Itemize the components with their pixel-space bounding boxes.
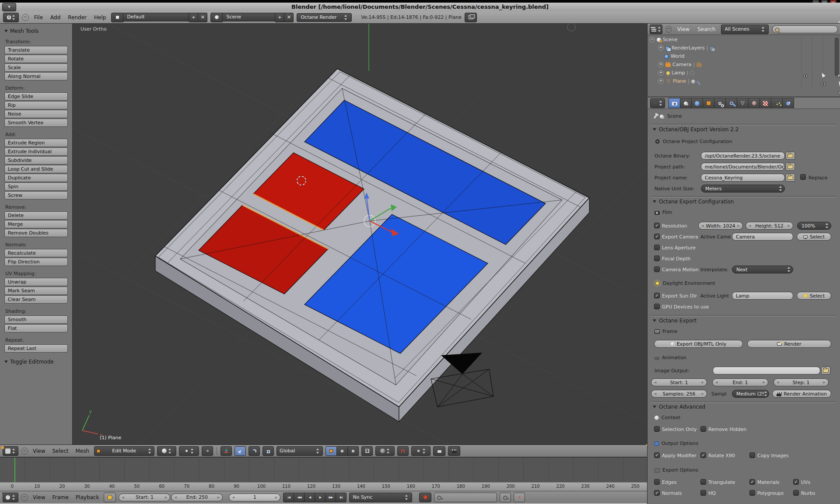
tab-material[interactable] [749, 98, 760, 108]
edge-select-button[interactable] [337, 446, 348, 456]
tab-object-data[interactable]: ▽ [737, 98, 749, 108]
tab-render[interactable] [668, 98, 680, 108]
collapse-menus-icon[interactable]: − [666, 26, 672, 33]
menu-select[interactable]: Select [50, 448, 70, 454]
transport-jump-end-button[interactable]: ▶| [336, 493, 346, 502]
vertex-select-button[interactable] [326, 446, 337, 456]
scrollbar[interactable] [835, 38, 839, 76]
export-obj-button[interactable]: Export OBJ/MTL Only [654, 340, 743, 348]
remove-hidden-checkbox[interactable] [700, 426, 706, 432]
outliner-row-world[interactable]: World [648, 52, 796, 60]
anim-start-field[interactable]: Start: 1 [651, 378, 707, 386]
hide-toggle-eye-icon[interactable] [803, 74, 808, 78]
shelf-button-mark-seam[interactable]: Mark Seam [4, 287, 68, 295]
shelf-button-delete[interactable]: Delete [4, 211, 68, 220]
shelf-button-rip[interactable]: Rip [4, 101, 68, 109]
shelf-button-edge-slide[interactable]: Edge Slide [4, 92, 68, 101]
height-field[interactable]: Height: 512 [746, 222, 793, 230]
outliner-row-plane[interactable]: + ▽ Plane | J [648, 77, 796, 85]
selectable-toggle-cursor-icon[interactable] [837, 80, 840, 86]
select-light-button[interactable]: Select [797, 292, 831, 300]
shelf-button-spin[interactable]: Spin [4, 182, 68, 191]
panel-header-octane-advanced[interactable]: Octane Advanced [653, 404, 705, 410]
duplicate-window-button[interactable] [465, 13, 477, 22]
project-path-field[interactable]: me/lionel/Documents/Blender/Octane [701, 163, 785, 171]
scene-add-button[interactable]: + [275, 13, 284, 22]
menu-file[interactable]: File [32, 14, 45, 21]
layout-delete-button[interactable]: ✕ [198, 13, 207, 22]
scene-name-field[interactable]: Scene [223, 13, 275, 21]
transport-play-reverse-button[interactable]: ◀ [304, 493, 315, 502]
shelf-button-along-normal[interactable]: Along Normal [4, 72, 68, 80]
selection-only-checkbox[interactable] [654, 426, 660, 432]
shelf-button-subdivide[interactable]: Subdivide [4, 156, 68, 164]
normals-checkbox[interactable] [654, 490, 660, 496]
scale-manipulator-button[interactable] [262, 446, 274, 456]
image-output-field[interactable] [713, 367, 820, 374]
render-animation-button[interactable]: Render Animation [772, 390, 831, 398]
shelf-button-repeat-last[interactable]: Repeat Last [4, 344, 68, 353]
panel-header-export-config[interactable]: Octane Export Configuration [653, 199, 734, 205]
menu-render[interactable]: Render [66, 14, 89, 21]
menu-view[interactable]: View [31, 494, 47, 500]
transform-orientation-select[interactable]: Global [276, 446, 323, 456]
sampler-select[interactable]: Medium (25 [732, 390, 769, 398]
render-opengl-anim-button[interactable] [448, 446, 460, 456]
outliner-row-renderlayers[interactable]: + RenderLayers | [648, 44, 796, 52]
expand-icon[interactable]: + [658, 70, 664, 76]
menu-view[interactable]: View [675, 26, 692, 32]
tab-physics[interactable] [783, 98, 794, 108]
menu-mesh[interactable]: Mesh [74, 448, 92, 454]
menu-frame[interactable]: Frame [50, 494, 70, 500]
layout-add-button[interactable]: + [189, 13, 198, 22]
render-opengl-button[interactable] [433, 446, 445, 456]
editor-type-button[interactable]: i [3, 13, 19, 22]
shelf-button-clear-seam[interactable]: Clear Seam [4, 295, 68, 304]
layout-name-field[interactable]: Default [123, 13, 189, 21]
shelf-button-flip-direction[interactable]: Flip Direction [4, 258, 68, 266]
collapse-menus-icon[interactable]: − [21, 448, 28, 455]
occlude-geometry-toggle[interactable] [361, 446, 373, 456]
shelf-button-noise[interactable]: Noise [4, 110, 68, 118]
outliner-row-camera[interactable]: + Camera | [648, 60, 796, 69]
outliner-row-lamp[interactable]: + Lamp | [648, 69, 796, 77]
editor-type-button[interactable] [3, 493, 18, 502]
mesh-tools-panel-header[interactable]: Mesh Tools [4, 28, 68, 34]
width-field[interactable]: Width: 1024 [698, 222, 743, 230]
rotate-manipulator-button[interactable] [248, 446, 260, 456]
window-menu-button[interactable]: ▼ [2, 3, 16, 11]
focal-depth-checkbox[interactable] [654, 256, 660, 261]
editor-type-button[interactable] [650, 98, 665, 108]
render-button[interactable]: Render [747, 340, 831, 348]
hq-checkbox[interactable] [700, 490, 706, 496]
nurbs-checkbox[interactable] [793, 490, 799, 496]
replace-checkbox[interactable] [800, 174, 806, 180]
panel-header-octane-export[interactable]: Octane Export [653, 318, 696, 324]
manipulator-toggle[interactable] [220, 446, 232, 456]
shelf-button-remove-doubles[interactable]: Remove Doubles [4, 229, 68, 237]
sync-mode-select[interactable]: No Sync [349, 493, 412, 502]
shelf-button-flat[interactable]: Flat [4, 324, 68, 332]
anim-step-field[interactable]: Step: 1 [774, 378, 829, 386]
scene-delete-button[interactable]: ✕ [284, 13, 294, 22]
panel-header-export-version[interactable]: Octane/OBJ Export Version 2.2 [653, 126, 738, 133]
auto-keyframe-toggle[interactable] [419, 493, 431, 502]
apply-modifier-checkbox[interactable] [654, 452, 660, 458]
tab-scene[interactable] [680, 98, 692, 108]
image-output-browse-button[interactable] [821, 367, 830, 374]
frame-end-field[interactable]: End: 250 [171, 494, 223, 501]
transport-next-keyframe-button[interactable]: ▶▶ [326, 493, 336, 502]
path-browse-button[interactable] [786, 163, 795, 171]
viewport-3d[interactable]: x y User Ortho (1) Plane [73, 24, 647, 444]
expand-icon[interactable]: + [658, 62, 664, 67]
active-camera-field[interactable]: Camera [732, 233, 793, 241]
native-unit-select[interactable]: Meters [701, 185, 785, 192]
menu-help[interactable]: Help [92, 14, 108, 21]
shelf-button-screw[interactable]: Screw [4, 191, 68, 200]
pin-icon[interactable] [654, 115, 657, 119]
select-camera-button[interactable]: Select [797, 233, 831, 241]
render-engine-select[interactable]: Octane Render [297, 13, 352, 22]
interpolate-select[interactable]: Next [732, 266, 793, 273]
project-name-field[interactable]: Cessna_Keyring [701, 174, 785, 182]
pivot-point-select[interactable] [179, 446, 199, 456]
